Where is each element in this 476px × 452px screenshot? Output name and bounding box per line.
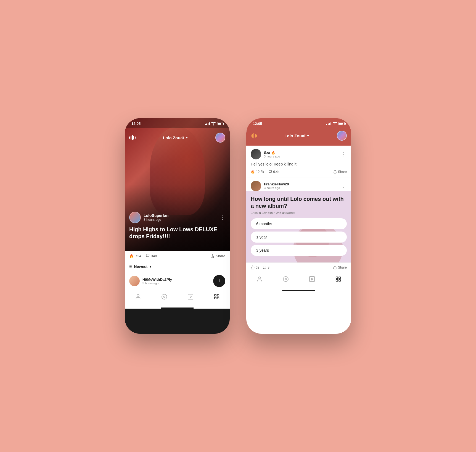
filter-chevron-icon[interactable]: ▾ bbox=[150, 265, 151, 269]
poll-comment-action[interactable]: 3 bbox=[263, 266, 269, 269]
more-options-icon-sza[interactable]: ⋮ bbox=[341, 153, 347, 156]
sza-share-icon bbox=[333, 170, 337, 174]
svg-point-11 bbox=[258, 277, 260, 278]
comment-avatar-1 bbox=[129, 276, 140, 286]
bottom-nav-2 bbox=[246, 272, 351, 289]
svg-point-3 bbox=[163, 296, 165, 298]
svg-point-13 bbox=[285, 278, 287, 280]
frankie-username: FrankieFlow20 bbox=[264, 182, 339, 186]
comment-card-frankie: FrankieFlow20 3 hours ago ⋮ bbox=[246, 177, 351, 191]
sza-fire-count: 12.3k bbox=[256, 170, 264, 174]
poll-title: How long until Lolo comes out with a new… bbox=[251, 196, 347, 209]
phone-1-bottom: 🔥 724 348 Share ≡ Newest bbox=[125, 251, 230, 309]
sza-fire-action[interactable]: 🔥 12.3k bbox=[251, 170, 264, 174]
svg-point-0 bbox=[213, 125, 214, 125]
app-logo-2 bbox=[251, 133, 257, 138]
sza-share-btn[interactable]: Share bbox=[333, 170, 347, 174]
nav-profile-1[interactable] bbox=[133, 293, 144, 301]
svg-rect-7 bbox=[214, 297, 216, 299]
svg-rect-8 bbox=[217, 295, 219, 296]
nav-video-1[interactable] bbox=[185, 293, 196, 301]
signal-icon-2 bbox=[326, 122, 331, 125]
svg-rect-18 bbox=[339, 277, 340, 278]
comment-icon bbox=[146, 254, 150, 258]
post-meta-1: LoloSuperfan 3 hours ago ⋮ bbox=[129, 212, 225, 223]
commenter-time-1: 3 hours ago bbox=[142, 282, 210, 285]
svg-point-10 bbox=[335, 125, 335, 125]
share-button-1[interactable]: Share bbox=[210, 254, 225, 258]
hamburger-icon: ≡ bbox=[129, 264, 132, 269]
svg-point-2 bbox=[162, 294, 166, 299]
poll-comment-count: 3 bbox=[268, 266, 269, 269]
sza-avatar bbox=[251, 149, 261, 159]
nav-feed-1[interactable] bbox=[211, 293, 222, 301]
nav-profile-2[interactable] bbox=[254, 275, 265, 283]
status-bar-2: 12:05 bbox=[246, 118, 351, 128]
chevron-down-icon-2 bbox=[307, 135, 310, 136]
frankie-avatar bbox=[251, 181, 261, 191]
svg-rect-4 bbox=[188, 294, 193, 299]
sza-fire-icon: 🔥 bbox=[251, 170, 255, 174]
status-bar-1: 12:05 bbox=[125, 118, 230, 128]
status-icons-2 bbox=[326, 122, 345, 125]
hero-area: Lolo Zouaï LoloSuperfan 3 hours ago ⋮ Hi… bbox=[125, 118, 230, 251]
poll-like-count: 62 bbox=[256, 266, 259, 269]
comment-card-sza: Sza 🔥 3 hours ago ⋮ Hell yes lolo! Keep … bbox=[246, 146, 351, 177]
fire-count: 724 bbox=[135, 254, 141, 258]
poll-option-3[interactable]: 3 years bbox=[251, 245, 347, 256]
sza-comment-text: Hell yes lolo! Keep killing it bbox=[251, 162, 347, 167]
fab-add-button[interactable]: + bbox=[213, 275, 225, 287]
post-actions-bar: 🔥 724 348 Share bbox=[125, 251, 230, 261]
status-icons-1 bbox=[205, 122, 223, 125]
nav-video-2[interactable] bbox=[306, 275, 318, 283]
nav-discover-1[interactable] bbox=[159, 293, 170, 301]
frankie-timeago: 3 hours ago bbox=[264, 186, 339, 190]
poll-meta: Ends in 22:45:01 • 243 answered bbox=[251, 211, 347, 214]
app-header-1: Lolo Zouaï bbox=[125, 129, 230, 146]
svg-marker-5 bbox=[190, 296, 192, 298]
filter-bar: ≡ Newest ▾ bbox=[125, 261, 230, 272]
filter-label: Newest bbox=[134, 264, 147, 269]
poll-like-icon bbox=[251, 266, 255, 269]
nav-discover-2[interactable] bbox=[280, 275, 291, 283]
sza-comment-count: 6.4k bbox=[273, 170, 279, 174]
nav-feed-2[interactable] bbox=[333, 275, 344, 283]
sza-meta: Sza 🔥 3 hours ago bbox=[264, 151, 339, 158]
svg-rect-14 bbox=[309, 276, 314, 281]
comment-count: 348 bbox=[151, 254, 157, 258]
home-indicator-1 bbox=[161, 308, 194, 309]
wifi-icon-2 bbox=[333, 122, 337, 125]
signal-icon bbox=[205, 122, 210, 125]
svg-point-12 bbox=[283, 276, 288, 281]
time-2: 12:05 bbox=[253, 122, 262, 126]
svg-rect-6 bbox=[214, 295, 216, 296]
more-options-icon-1[interactable]: ⋮ bbox=[220, 216, 225, 219]
frankie-meta: FrankieFlow20 3 hours ago bbox=[264, 182, 339, 190]
more-options-icon-frankie[interactable]: ⋮ bbox=[341, 185, 347, 187]
commenter-username-1: HitMeWithDa2Ply bbox=[142, 277, 210, 282]
phone-2-header: 12:05 bbox=[246, 118, 351, 146]
avatar-2[interactable] bbox=[337, 131, 347, 141]
poll-option-1[interactable]: 6 months bbox=[251, 218, 347, 229]
header-title-2[interactable]: Lolo Zouaï bbox=[284, 133, 310, 138]
svg-rect-16 bbox=[336, 277, 337, 278]
poll-share-btn[interactable]: Share bbox=[333, 266, 347, 269]
avatar-1[interactable] bbox=[215, 133, 225, 143]
header-title-1[interactable]: Lolo Zouaï bbox=[163, 135, 188, 140]
phone-1: 12:05 bbox=[125, 118, 230, 334]
phone-2: 12:05 bbox=[246, 118, 351, 334]
home-indicator-2 bbox=[282, 290, 315, 291]
poll-card: How long until Lolo comes out with a new… bbox=[246, 191, 351, 262]
fire-action[interactable]: 🔥 724 bbox=[129, 254, 141, 258]
sza-timeago: 3 hours ago bbox=[264, 155, 339, 158]
poll-comment-icon bbox=[263, 266, 266, 269]
poll-options: 6 months 1 year 3 years bbox=[251, 218, 347, 256]
poll-like-action[interactable]: 62 bbox=[251, 266, 259, 269]
app-logo-1 bbox=[129, 135, 136, 140]
fire-icon: 🔥 bbox=[129, 254, 134, 258]
battery-icon-2 bbox=[339, 122, 345, 125]
sza-comment-action[interactable]: 6.4k bbox=[268, 170, 279, 174]
poll-share-icon bbox=[333, 266, 337, 269]
comment-action[interactable]: 348 bbox=[146, 254, 157, 258]
poll-option-2[interactable]: 1 year bbox=[251, 232, 347, 243]
